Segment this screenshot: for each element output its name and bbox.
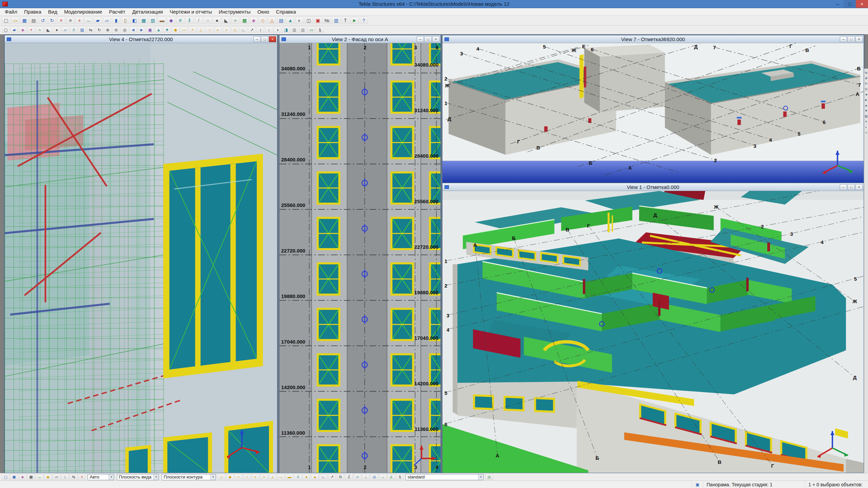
render-toggle-icon[interactable]: ◐ [865,126,867,129]
snap-endpoint-icon[interactable]: ▪ [235,474,242,480]
menu-item[interactable]: Справка [273,8,300,15]
lock-xy-icon[interactable]: ↕ [256,26,265,33]
menu-item[interactable]: Вид [45,8,61,15]
report-icon[interactable]: T [341,16,350,24]
snap-center-icon[interactable]: ○ [243,474,251,480]
render-options-icon[interactable]: ◐ [295,16,304,24]
mesh-icon[interactable]: ▩ [240,16,249,24]
auto-connection-icon[interactable]: ◇ [258,16,267,24]
zoom-tool-icon[interactable]: ⊕ [865,77,868,80]
menu-item[interactable]: Детализация [129,8,166,15]
snap-midpoints-icon[interactable]: ◐ [214,26,222,33]
menu-item[interactable]: Окно [254,8,273,15]
menu-item[interactable]: Чертежи и отчеты [166,8,216,15]
snap-line-icon[interactable]: — [277,474,285,480]
open-model-icon[interactable]: ▭ [11,16,20,24]
select-views-icon[interactable]: ▤ [78,26,86,33]
show-icon[interactable]: ▧ [299,26,307,33]
print-icon[interactable]: ▤ [29,16,38,24]
construction-line-icon[interactable]: / [194,16,203,24]
relative-coords-icon[interactable]: ↗ [248,26,256,33]
snap-nearest-icon[interactable]: ● [303,474,310,480]
down-icon[interactable]: ▼ [865,109,868,112]
construction-circle-icon[interactable]: ○ [203,16,212,24]
select-rebar-icon[interactable]: ≈ [36,26,44,33]
select-grids-icon[interactable]: # [70,26,78,33]
view-close-button[interactable]: × [432,36,439,42]
view2-canvas[interactable] [279,43,440,473]
snap-settings-icon[interactable]: § [396,474,404,480]
close-button[interactable]: × [856,0,868,8]
numeric-input-icon[interactable]: N [337,474,344,480]
snap-grid-icon[interactable]: # [294,474,302,480]
pan-tool-icon[interactable]: ⇆ [865,71,868,74]
depth-icon[interactable]: ↓ [362,474,370,480]
create-item-icon[interactable]: ◆ [167,16,176,24]
maximize-button[interactable]: □ [844,0,856,8]
drawing-list-icon[interactable]: ▥ [332,16,341,24]
create-beam-icon[interactable]: ▰ [93,16,102,24]
bolt-icon[interactable]: ● [213,16,221,24]
edit-polygon-icon[interactable]: ▱ [53,474,60,480]
snap-any-icon[interactable]: ◇ [231,26,239,33]
view-maximize-button[interactable]: □ [424,36,432,42]
pan-icon[interactable]: ⇆ [87,26,95,33]
new-model-icon[interactable]: ▢ [2,16,11,24]
view-list-icon[interactable]: ▤ [277,16,286,24]
grid-toggle-icon[interactable]: # [865,120,867,123]
snap-centers-icon[interactable]: ○ [205,26,214,33]
rotate-tool-icon[interactable]: ↻ [865,82,868,85]
view-minimize-button[interactable]: – [840,36,847,42]
view-plane-icon[interactable]: ▲ [286,16,295,24]
create-slab-icon[interactable]: ▦ [139,16,148,24]
properties-icon[interactable]: ≡ [66,16,75,24]
view-3d-2d-icon[interactable]: ▣ [146,26,154,33]
create-footing-icon[interactable]: ▯ [121,16,130,24]
menu-item[interactable]: Файл [1,8,21,15]
view1-titlebar[interactable]: View 1 - Отметка0.000 – □ × [442,183,864,191]
next-view-icon[interactable]: ► [138,26,146,33]
plane-lock-icon[interactable]: ▱ [354,474,361,480]
view1-canvas[interactable] [442,191,864,473]
weld-icon[interactable]: ◣ [222,16,231,24]
up-icon[interactable]: ▲ [865,104,868,107]
select-assembly-icon[interactable]: ▦ [27,474,35,480]
close-views-icon[interactable]: × [865,131,867,134]
clip-plane-icon[interactable]: ◨ [282,26,290,33]
create-grid-icon[interactable]: # [176,16,185,24]
zoom-out-icon[interactable]: ⊖ [112,26,120,33]
snap-free-icon[interactable]: ◇ [218,474,225,480]
create-polybeam-icon[interactable]: ▱ [103,16,111,24]
view-maximize-button[interactable]: □ [261,36,268,42]
select-object-icon[interactable]: ▣ [10,474,18,480]
previous-view-icon[interactable]: ◄ [129,26,137,33]
macros-icon[interactable]: ► [350,16,359,24]
view-minimize-button[interactable]: – [253,36,260,42]
menu-item[interactable]: Инструменты [215,8,254,15]
view4-titlebar[interactable]: View 4 - Отметка22720.000 – □ × [5,35,277,43]
select-components-icon[interactable]: ◈ [19,26,27,33]
snap-intersection-icon[interactable]: × [260,474,268,480]
view-maximize-button[interactable]: □ [848,36,855,42]
create-strip-icon[interactable]: ▬ [158,16,166,24]
next-view-icon[interactable]: ► [865,99,868,102]
copy-icon[interactable]: ⇆ [70,474,77,480]
view-settings-icon[interactable]: ◎ [485,474,493,480]
view-maximize-button[interactable]: □ [848,184,855,190]
snap-perpendicular-icon[interactable]: ⊥ [269,474,276,480]
numbering-icon[interactable]: № [323,16,331,24]
select-all-icon[interactable]: ▢ [2,26,10,33]
title-bar[interactable]: Tekla Structures x64 - C:\TeklaStructure… [0,0,868,8]
lock-depth-icon[interactable]: ↓ [265,26,273,33]
interrupt-icon[interactable]: × [57,16,66,24]
fly-icon[interactable]: ▲ [155,26,163,33]
fit-view-icon[interactable]: ◎ [121,26,129,33]
ortho-snap-icon[interactable]: ∟ [320,474,327,480]
delete-icon[interactable]: × [78,474,86,480]
prev-view-icon[interactable]: ◄ [865,93,868,96]
help-icon[interactable]: ? [359,16,368,24]
ortho-icon[interactable]: ∟ [239,26,248,33]
snap-intersections-icon[interactable]: × [188,26,197,33]
create-plate-icon[interactable]: ◧ [130,16,139,24]
contour-planes-combo[interactable]: Плоскости контура [162,474,216,480]
